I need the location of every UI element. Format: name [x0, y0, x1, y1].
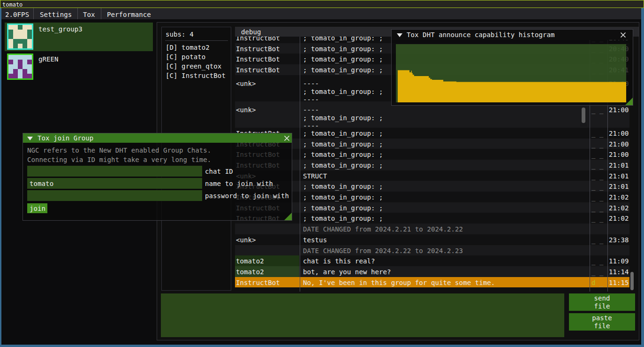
message-flags: _ _	[591, 151, 604, 158]
menu-item-tox[interactable]: Tox	[83, 11, 95, 18]
send-file-button[interactable]: send file	[569, 293, 635, 311]
sender-name: InstructBot	[236, 279, 280, 286]
join-info-line2: Connecting via ID might take a very long…	[27, 156, 211, 163]
chat-scrollbar-thumb[interactable]	[630, 272, 634, 290]
sender-name-cell: InstructBot	[235, 277, 299, 288]
message-flags: _ _	[591, 257, 604, 265]
contact-row-test_group3[interactable]: test_group3	[5, 23, 153, 51]
histogram-bars	[396, 44, 626, 102]
window-titlebar[interactable]: tomato	[0, 0, 644, 8]
join-dialog-titlebar[interactable]: Tox join Group	[23, 133, 292, 143]
message-scrollbar-thumb[interactable]	[582, 108, 585, 123]
message-text: ; tomato_in_group: ;	[303, 215, 383, 223]
chat-message-row[interactable]: InstructBot; tomato_in_group: ;_ _21:01	[235, 181, 629, 192]
member-green_qtox[interactable]: [C] green_qtox	[166, 62, 221, 70]
chat-message-row[interactable]: InstructBot; tomato_in_group: ;_ _21:00	[235, 139, 629, 149]
message-timestamp: 21:00	[609, 140, 629, 148]
join-name-input[interactable]: tomato	[27, 178, 202, 189]
member-InstructBot[interactable]: [C] InstructBot	[166, 72, 226, 79]
close-icon[interactable]	[620, 32, 626, 38]
message-flags: _ _	[591, 215, 604, 222]
message-text: chat is this real?	[303, 257, 375, 265]
message-text: No, I've been in this group for quite so…	[303, 279, 495, 287]
sender-name: <unk>	[236, 80, 256, 87]
message-flags: _ _	[591, 130, 604, 137]
chat-id-input[interactable]	[27, 166, 202, 177]
flag-extra: _	[596, 279, 604, 286]
chat-message-row[interactable]: InstructBot; tomato_in_group: ;_ _21:00	[235, 149, 629, 160]
histogram-titlebar[interactable]: Tox DHT announce capability histogram	[392, 30, 633, 40]
date-separator-row[interactable]: DATE CHANGED from 2024.2.22 to 2024.2.23	[235, 245, 629, 256]
message-flags: _ _	[591, 193, 604, 201]
window-frame-bottom	[0, 345, 644, 347]
resize-grip-icon[interactable]	[625, 98, 633, 105]
message-timestamp: 21:00	[609, 106, 629, 114]
message-timestamp: 21:00	[609, 130, 629, 137]
message-text: ; tomato_in_group: ;	[303, 140, 383, 148]
menu-item-performance[interactable]: Performance	[107, 11, 151, 18]
avatar-pattern	[8, 25, 32, 48]
chat-message-row[interactable]: InstructBot; tomato_in_group: ;_ _21:01	[235, 160, 629, 170]
message-flags: d _	[591, 279, 604, 286]
menu-item-settings[interactable]: Settings	[40, 11, 72, 18]
member-potato[interactable]: [C] potato	[166, 53, 205, 61]
collapse-triangle-icon[interactable]	[397, 33, 402, 37]
window-frame-right	[641, 8, 644, 347]
message-timestamp: 23:38	[609, 236, 629, 244]
subs-separator	[165, 40, 228, 41]
sender-name: InstructBot	[236, 55, 280, 63]
message-timestamp: 21:00	[609, 151, 629, 158]
sender-name-cell: InstructBot	[235, 37, 299, 43]
join-dialog-title: Tox join Group	[38, 134, 93, 142]
chat-message-row[interactable]: InstructBot; tomato_in_group: ;_ _21:02	[235, 213, 629, 224]
message-flags: _ _	[591, 172, 604, 180]
message-text: ; tomato_in_group: ;	[303, 193, 383, 201]
message-flags: _ _	[591, 236, 604, 244]
date-separator-row[interactable]: DATE CHANGED from 2024.2.21 to 2024.2.22	[235, 224, 629, 234]
sender-name-cell: InstructBot	[235, 54, 299, 64]
sender-name-cell: <unk>	[235, 234, 299, 245]
message-timestamp: 21:01	[609, 172, 629, 180]
message-text: STRUCT	[303, 172, 327, 180]
sender-name: <unk>	[236, 106, 256, 114]
collapse-triangle-icon[interactable]	[27, 137, 33, 140]
resize-grip-icon[interactable]	[284, 213, 292, 220]
tab-debug[interactable]: debug	[241, 28, 261, 36]
contact-row-gREEN[interactable]: gREEN	[5, 53, 153, 81]
window-frame-left	[0, 8, 1, 347]
sender-name: InstructBot	[236, 45, 280, 53]
paste-file-button[interactable]: paste file	[569, 313, 635, 331]
menu-separator	[33, 8, 34, 19]
date-changed-text: DATE CHANGED from 2024.2.22 to 2024.2.23	[303, 247, 463, 255]
menu-bar: 2.0FPSSettingsToxPerformance	[1, 8, 641, 19]
message-text: ---- ; tomato_in_group: ; ----	[303, 106, 383, 130]
message-text: ---- ; tomato_in_group: ; ----	[303, 80, 383, 104]
menu-item-2-0fps[interactable]: 2.0FPS	[5, 11, 29, 18]
message-timestamp: 21:02	[609, 193, 629, 201]
message-input[interactable]	[161, 293, 564, 337]
message-timestamp: 21:01	[609, 162, 629, 169]
join-group-dialog: Tox join Group NGC refers to the New DHT…	[23, 133, 292, 221]
chat-message-row[interactable]: <unk>testus_ _23:38	[235, 234, 629, 245]
menu-separator	[101, 8, 101, 19]
message-flags: _ _	[591, 106, 604, 114]
chat-message-row[interactable]: InstructBotNo, I've been in this group f…	[235, 277, 629, 288]
join-password-input[interactable]	[27, 190, 202, 201]
sender-name: InstructBot	[236, 66, 280, 74]
join-button[interactable]: join	[27, 203, 47, 213]
chat-message-row[interactable]: tomato2chat is this real?_ _11:09	[235, 255, 629, 266]
chat-message-row[interactable]: InstructBot; tomato_in_group: ;_ _21:02	[235, 192, 629, 202]
chat-message-row[interactable]: InstructBot; tomato_in_group: ;_ _21:00	[235, 128, 629, 139]
close-icon[interactable]	[284, 135, 290, 141]
message-text: ; tomato_in_group: ;	[303, 183, 383, 191]
chat-message-row[interactable]: InstructBot; tomato_in_group: ;_ _21:02	[235, 202, 629, 213]
chat-message-row[interactable]: <unk>STRUCT_ _21:01	[235, 170, 629, 181]
histogram-window: Tox DHT announce capability histogram	[391, 29, 633, 106]
chat-message-row[interactable]: tomato2bot, are you new here?_ _11:14	[235, 266, 629, 277]
message-text: bot, are you new here?	[303, 268, 391, 276]
menu-separator	[77, 8, 78, 19]
column-separator	[300, 37, 301, 292]
sender-name-cell: <unk>	[235, 101, 299, 128]
member-tomato2[interactable]: [D] tomato2	[166, 44, 210, 51]
avatar	[7, 23, 33, 50]
